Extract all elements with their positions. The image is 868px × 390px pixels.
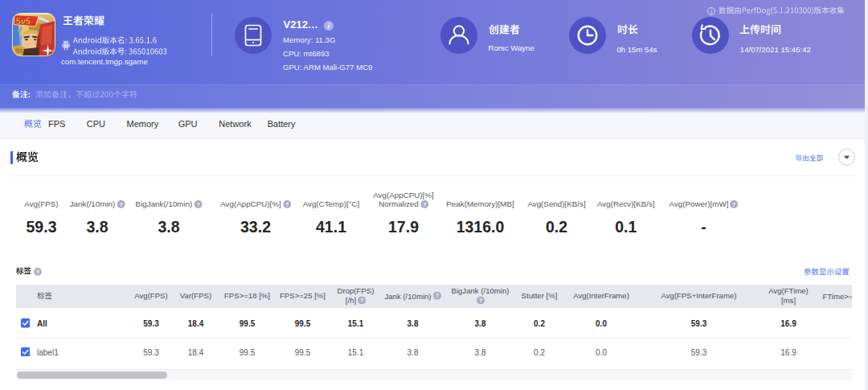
svg-text:?: ? (119, 200, 122, 207)
svg-text:?: ? (360, 297, 363, 304)
svg-text:?: ? (196, 200, 199, 207)
svg-text:?: ? (36, 268, 39, 275)
svg-text:?: ? (423, 200, 426, 207)
svg-text:?: ? (435, 292, 438, 299)
svg-text:?: ? (285, 200, 289, 207)
svg-text:?: ? (479, 297, 482, 304)
svg-text:i: i (710, 8, 711, 15)
svg-text:5v5: 5v5 (16, 16, 31, 26)
svg-text:?: ? (732, 200, 735, 207)
